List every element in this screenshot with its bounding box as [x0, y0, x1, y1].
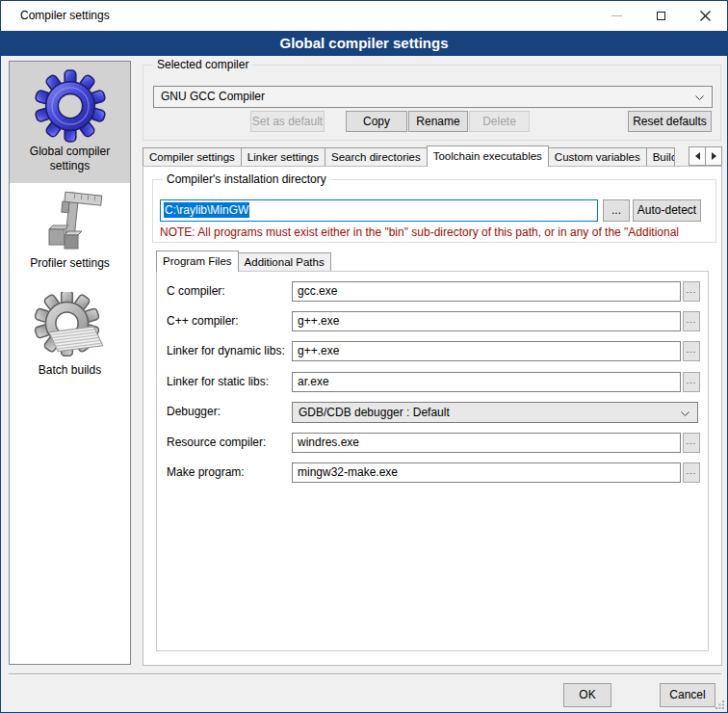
sidebar-item-batch-builds[interactable]: Batch builds	[10, 271, 130, 378]
linker-dynamic-label: Linker for dynamic libs:	[167, 341, 285, 361]
toolchain-executables-page: Compiler's installation directory C:\ray…	[143, 166, 722, 666]
cpp-compiler-input[interactable]: g++.exe	[292, 311, 681, 331]
gear-blue-icon	[34, 69, 107, 143]
gear-gray-stack-icon	[33, 292, 108, 361]
tab-scroll-right-button[interactable]	[705, 146, 722, 166]
debugger-select[interactable]: GDB/CDB debugger : Default	[292, 402, 698, 423]
page-title: Global compiler settings	[279, 35, 448, 51]
arrow-left-icon	[695, 152, 700, 160]
chevron-down-icon	[695, 95, 704, 100]
compiler-select-value: GNU GCC Compiler	[161, 90, 265, 103]
footer-divider	[9, 673, 721, 675]
rename-button[interactable]: Rename	[408, 111, 468, 132]
sidebar-item-label: Batch builds	[10, 361, 130, 378]
minimize-button[interactable]	[594, 1, 638, 31]
resize-grip[interactable]	[715, 700, 724, 709]
tab-linker-settings[interactable]: Linker settings	[241, 147, 325, 166]
debugger-select-value: GDB/CDB debugger : Default	[299, 406, 450, 419]
selected-compiler-group: Selected compiler GNU GCC Compiler Set a…	[143, 65, 721, 141]
tab-scroll-buttons	[689, 146, 722, 166]
dialog-header: Global compiler settings	[1, 31, 727, 56]
subtab-additional-paths[interactable]: Additional Paths	[238, 252, 331, 271]
arrow-right-icon	[712, 152, 716, 160]
reset-defaults-button[interactable]: Reset defaults	[628, 111, 712, 132]
debugger-label: Debugger:	[167, 402, 221, 422]
tab-search-directories[interactable]: Search directories	[325, 147, 428, 166]
subtab-program-files[interactable]: Program Files	[156, 251, 239, 272]
settings-category-list: Global compiler settings Profiler sett	[9, 61, 131, 665]
close-button[interactable]	[683, 1, 727, 31]
caliper-icon	[36, 191, 105, 254]
resource-compiler-label: Resource compiler:	[167, 433, 266, 453]
linker-static-browse-button[interactable]: ...	[683, 372, 700, 392]
sidebar-item-label: Global compiler settings	[12, 143, 128, 173]
c-compiler-label: C compiler:	[167, 281, 225, 302]
window-controls	[594, 1, 727, 31]
linker-dynamic-input[interactable]: g++.exe	[292, 341, 681, 361]
make-program-label: Make program:	[167, 462, 245, 483]
tab-custom-variables[interactable]: Custom variables	[548, 147, 647, 166]
installation-directory-group: Compiler's installation directory C:\ray…	[152, 179, 716, 243]
sidebar-item-global-compiler-settings[interactable]: Global compiler settings	[10, 62, 130, 183]
auto-detect-button[interactable]: Auto-detect	[633, 199, 701, 222]
window-title: Compiler settings	[20, 9, 110, 22]
chevron-down-icon	[681, 411, 689, 416]
selected-compiler-group-label: Selected compiler	[153, 58, 252, 72]
settings-tabbar: Compiler settings Linker settings Search…	[143, 145, 722, 167]
make-program-browse-button[interactable]: ...	[683, 462, 700, 483]
linker-static-label: Linker for static libs:	[167, 372, 269, 392]
c-compiler-input[interactable]: gcc.exe	[292, 281, 681, 302]
sidebar-item-label: Profiler settings	[10, 254, 130, 271]
maximize-button[interactable]	[638, 1, 683, 31]
c-compiler-browse-button[interactable]: ...	[683, 281, 700, 302]
set-as-default-button: Set as default	[250, 111, 325, 132]
copy-button[interactable]: Copy	[346, 111, 407, 132]
titlebar[interactable]: Compiler settings	[1, 1, 727, 31]
close-icon	[700, 11, 711, 21]
ok-button[interactable]: OK	[563, 683, 611, 707]
tab-scroll-left-button[interactable]	[689, 146, 706, 166]
tab-build-options[interactable]: Build options	[646, 147, 675, 166]
tab-compiler-settings[interactable]: Compiler settings	[143, 147, 242, 166]
cancel-button[interactable]: Cancel	[660, 683, 715, 707]
minimize-icon	[611, 15, 622, 16]
installation-directory-input[interactable]: C:\raylib\MinGW	[160, 199, 598, 222]
installation-directory-selected-text: C:\raylib\MinGW	[164, 202, 249, 218]
programs-subtabbar: Program Files Additional Paths	[156, 251, 709, 272]
cpp-compiler-browse-button[interactable]: ...	[683, 311, 700, 331]
installation-directory-group-label: Compiler's installation directory	[163, 172, 330, 187]
resource-compiler-input[interactable]: windres.exe	[292, 433, 681, 453]
make-program-input[interactable]: mingw32-make.exe	[292, 462, 681, 483]
installation-directory-browse-button[interactable]: ...	[603, 199, 630, 222]
compiler-settings-dialog: Compiler settings Global compiler settin…	[0, 0, 728, 713]
maximize-icon	[657, 12, 665, 20]
tab-toolchain-executables[interactable]: Toolchain executables	[427, 145, 549, 167]
cpp-compiler-label: C++ compiler:	[167, 311, 239, 331]
delete-button: Delete	[469, 111, 530, 132]
sidebar-item-profiler-settings[interactable]: Profiler settings	[10, 183, 130, 271]
linker-static-input[interactable]: ar.exe	[292, 372, 681, 392]
program-files-page: C compiler: gcc.exe ... C++ compiler: g+…	[156, 271, 709, 651]
resource-compiler-browse-button[interactable]: ...	[683, 433, 700, 453]
compiler-select[interactable]: GNU GCC Compiler	[153, 86, 713, 108]
linker-dynamic-browse-button[interactable]: ...	[683, 341, 700, 361]
installation-directory-note: NOTE: All programs must exist either in …	[160, 225, 715, 239]
